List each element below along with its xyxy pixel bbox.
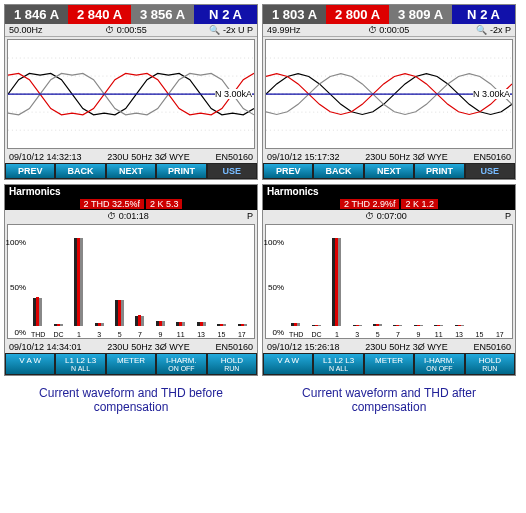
freq-label: 50.00Hz [9,25,43,35]
phase-reading-L1: 1 846 A [5,5,68,24]
print-button[interactable]: PRINT [414,163,464,179]
phase-reading-N: N 2 A [452,5,515,24]
harmonic-bar [306,229,325,326]
hm-buttons-before: V A WL1 L2 L3N ALLMETERI-HARM.ON OFFHOLD… [5,353,257,375]
zoom-label: 🔍 -2x P [476,25,511,35]
standard: EN50160 [473,152,511,162]
harmonics-title: Harmonics [5,185,257,198]
wf-buttons-after: PREV BACK NEXT PRINT USE [263,163,515,179]
harmonic-bar [286,229,305,326]
harmonics-panel-before: Harmonics 2 THD 32.5%f 2 K 5.3 ⏱ 0:01:18… [4,184,258,376]
next-button[interactable]: NEXT [106,163,156,179]
hm-footer-after: 09/10/12 15:26:18 230U 50Hz 3Ø WYE EN501… [263,341,515,353]
harmonic-bar [409,229,428,326]
config: 230U 50Hz 3Ø WYE [365,152,448,162]
waveform-panel-after: 1 803 A 2 800 A 3 809 A N 2 A 49.99Hz ⏱ … [262,4,516,180]
phase-reading-N: N 2 A [194,5,257,24]
elapsed-label: ⏱ 0:00:55 [105,25,147,35]
harmonic-bar [130,229,149,326]
wf-header-before: 1 846 A 2 840 A 3 856 A N 2 A [5,5,257,24]
hm-button[interactable]: V A W [263,353,313,375]
phase-reading-L3: 3 856 A [131,5,194,24]
wf-footer-before: 09/10/12 14:32:13 230U 50Hz 3Ø WYE EN501… [5,151,257,163]
wf-info-after: 49.99Hz ⏱ 0:00:05 🔍 -2x P [263,24,515,37]
hm-button[interactable]: L1 L2 L3N ALL [55,353,105,375]
y-scale-label: N 3.00kA [215,89,252,99]
hm-button[interactable]: I-HARM.ON OFF [414,353,464,375]
hm-button[interactable]: HOLDRUN [207,353,257,375]
thd-bar-before: 2 THD 32.5%f 2 K 5.3 [5,198,257,210]
timestamp: 09/10/12 15:17:32 [267,152,340,162]
harmonics-plot-before: 100%50%0%THDDC1357911131517 [7,224,255,339]
wf-header-after: 1 803 A 2 800 A 3 809 A N 2 A [263,5,515,24]
icons: P [505,211,511,221]
next-button[interactable]: NEXT [364,163,414,179]
harmonic-bar [491,229,510,326]
timestamp: 09/10/12 15:26:18 [267,342,340,352]
back-button[interactable]: BACK [313,163,363,179]
phase-reading-L3: 3 809 A [389,5,452,24]
wf-footer-after: 09/10/12 15:17:32 230U 50Hz 3Ø WYE EN501… [263,151,515,163]
standard: EN50160 [215,152,253,162]
harmonic-bar [450,229,469,326]
prev-button[interactable]: PREV [5,163,55,179]
harmonic-bar [368,229,387,326]
figure-container: 1 846 A 2 840 A 3 856 A N 2 A 50.00Hz ⏱ … [0,0,526,380]
k-value: 2 K 1.2 [401,199,438,209]
thd-value: 2 THD 2.9%f [340,199,399,209]
config: 230U 50Hz 3Ø WYE [107,342,190,352]
elapsed-label: ⏱ 0:00:05 [368,25,410,35]
back-button[interactable]: BACK [55,163,105,179]
harmonic-bar [192,229,211,326]
k-value: 2 K 5.3 [146,199,183,209]
waveform-plot-before: N 3.00kA [7,39,255,149]
harmonic-bar [110,229,129,326]
hm-button[interactable]: HOLDRUN [465,353,515,375]
harmonic-bar [151,229,170,326]
harmonic-bar [28,229,47,326]
phase-reading-L2: 2 800 A [326,5,389,24]
prev-button[interactable]: PREV [263,163,313,179]
harmonic-bar [171,229,190,326]
freq-label: 49.99Hz [267,25,301,35]
elapsed-label: ⏱ 0:07:00 [365,211,407,221]
harmonic-bar [470,229,489,326]
elapsed-label: ⏱ 0:01:18 [107,211,149,221]
harmonic-bar [327,229,346,326]
harmonic-bar [388,229,407,326]
harmonic-bar [233,229,252,326]
print-button[interactable]: PRINT [156,163,206,179]
zoom-label: 🔍 -2x U P [209,25,253,35]
hm-info-after: ⏱ 0:07:00 P [263,210,515,222]
hm-button[interactable]: L1 L2 L3N ALL [313,353,363,375]
harmonic-bar [212,229,231,326]
harmonic-bar [89,229,108,326]
caption-after: Current waveform and THD after compensat… [262,380,516,420]
timestamp: 09/10/12 14:34:01 [9,342,82,352]
wf-buttons-before: PREV BACK NEXT PRINT USE [5,163,257,179]
hm-button[interactable]: V A W [5,353,55,375]
phase-reading-L1: 1 803 A [263,5,326,24]
harmonic-bar [48,229,67,326]
thd-value: 2 THD 32.5%f [80,199,144,209]
config: 230U 50Hz 3Ø WYE [365,342,448,352]
hm-button[interactable]: METER [106,353,156,375]
phase-reading-L2: 2 840 A [68,5,131,24]
use-button[interactable]: USE [207,163,257,179]
hm-info-before: ⏱ 0:01:18 P [5,210,257,222]
hm-buttons-after: V A WL1 L2 L3N ALLMETERI-HARM.ON OFFHOLD… [263,353,515,375]
caption-row: Current waveform and THD before compensa… [0,380,526,420]
standard: EN50160 [215,342,253,352]
harmonics-title: Harmonics [263,185,515,198]
config: 230U 50Hz 3Ø WYE [107,152,190,162]
y-scale-label: N 3.00kA [473,89,510,99]
hm-button[interactable]: METER [364,353,414,375]
waveform-plot-after: N 3.00kA [265,39,513,149]
icons: P [247,211,253,221]
thd-bar-after: 2 THD 2.9%f 2 K 1.2 [263,198,515,210]
hm-button[interactable]: I-HARM.ON OFF [156,353,206,375]
harmonic-bar [429,229,448,326]
standard: EN50160 [473,342,511,352]
use-button[interactable]: USE [465,163,515,179]
harmonic-bar [69,229,88,326]
